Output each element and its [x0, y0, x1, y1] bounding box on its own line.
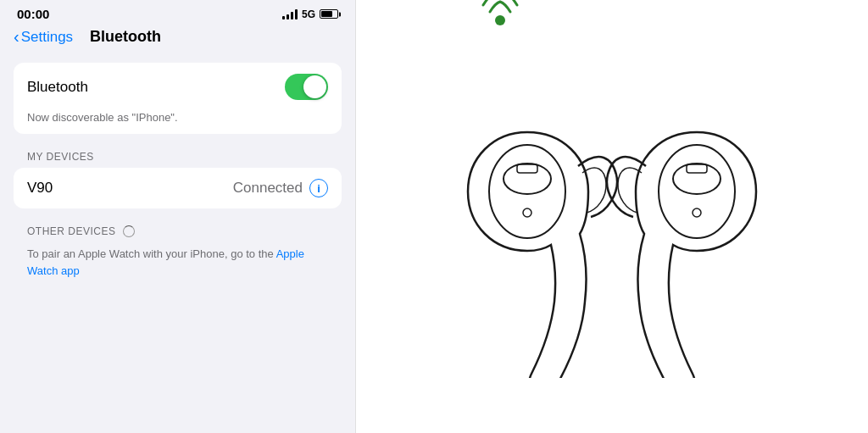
- earbuds-container: [434, 56, 790, 378]
- my-devices-header: MY DEVICES: [14, 141, 342, 168]
- device-name: V90: [27, 180, 53, 197]
- status-icons: 5G: [282, 8, 338, 20]
- phone-panel: 00:00 5G ‹ Settings Bluetooth Bluetooth: [0, 0, 356, 433]
- connection-status: Connected: [233, 180, 303, 197]
- nav-bar: ‹ Settings Bluetooth: [0, 25, 355, 53]
- info-button[interactable]: i: [309, 179, 328, 197]
- signal-icon: [476, 0, 527, 42]
- pairing-text: To pair an Apple Watch with your iPhone,…: [14, 242, 342, 286]
- illustration-panel: [356, 0, 868, 433]
- my-devices-card: V90 Connected i: [14, 168, 342, 208]
- network-label: 5G: [302, 8, 315, 20]
- svg-rect-7: [687, 164, 707, 173]
- earbuds-illustration: [434, 56, 790, 378]
- bluetooth-toggle-row: Bluetooth: [14, 63, 342, 111]
- svg-point-8: [693, 208, 701, 217]
- battery-icon: [320, 9, 338, 19]
- bluetooth-toggle-label: Bluetooth: [27, 79, 88, 96]
- device-status: Connected i: [233, 179, 328, 197]
- svg-point-1: [489, 145, 565, 238]
- other-devices-label: OTHER DEVICES: [27, 225, 116, 237]
- status-bar: 00:00 5G: [0, 0, 355, 25]
- bluetooth-toggle[interactable]: [285, 74, 328, 100]
- settings-content: Bluetooth Now discoverable as "IPhone". …: [0, 53, 355, 433]
- svg-rect-3: [517, 164, 537, 173]
- nav-title: Bluetooth: [90, 28, 161, 46]
- bluetooth-card: Bluetooth Now discoverable as "IPhone".: [14, 63, 342, 134]
- svg-point-0: [495, 15, 505, 25]
- back-button[interactable]: ‹ Settings: [14, 29, 73, 46]
- device-row[interactable]: V90 Connected i: [14, 168, 342, 208]
- svg-point-2: [504, 164, 551, 194]
- other-devices-section-header: OTHER DEVICES: [14, 215, 342, 242]
- discoverable-text: Now discoverable as "IPhone".: [14, 111, 342, 134]
- back-chevron-icon: ‹: [14, 28, 19, 45]
- svg-point-4: [523, 208, 531, 217]
- loading-spinner: [123, 225, 135, 237]
- svg-point-6: [673, 164, 721, 194]
- signal-bars-icon: [282, 9, 298, 19]
- back-label: Settings: [21, 29, 73, 46]
- svg-point-5: [659, 145, 735, 238]
- pairing-text-pre: To pair an Apple Watch with your iPhone,…: [27, 247, 276, 260]
- toggle-knob: [303, 75, 326, 98]
- status-time: 00:00: [17, 7, 49, 21]
- info-icon: i: [317, 182, 320, 195]
- battery-fill: [321, 11, 332, 17]
